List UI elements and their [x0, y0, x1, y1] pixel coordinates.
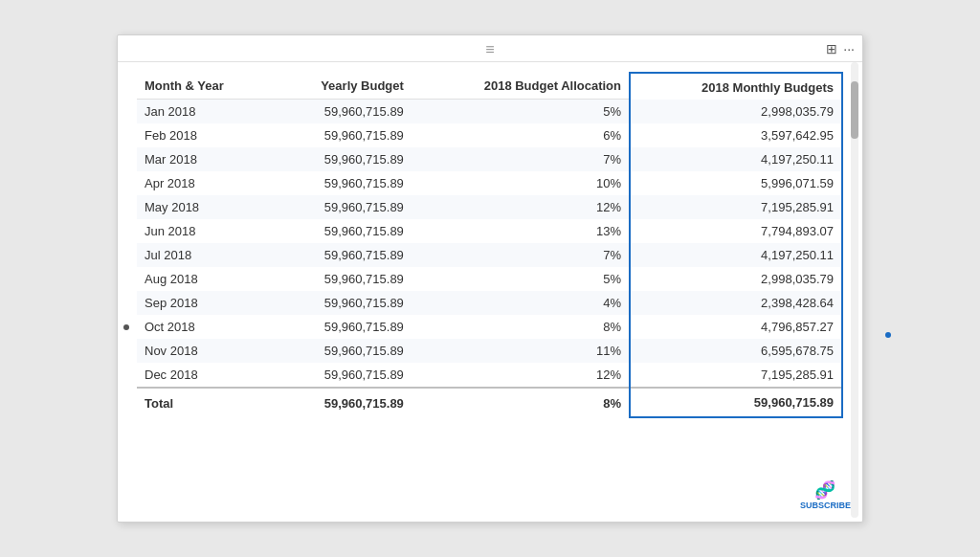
- table-row: Sep 201859,960,715.894%2,398,428.64: [137, 291, 842, 315]
- table-row: Jul 201859,960,715.897%4,197,250.11: [137, 243, 842, 267]
- table-row: Oct 201859,960,715.898%4,796,857.27: [137, 315, 842, 339]
- cell-monthly: 2,998,035.79: [630, 267, 842, 291]
- expand-icon[interactable]: ⊞: [826, 41, 837, 56]
- cell-monthly: 2,398,428.64: [630, 291, 842, 315]
- table-header-row: Month & Year Yearly Budget 2018 Budget A…: [137, 73, 842, 100]
- total-allocation: 8%: [412, 388, 630, 417]
- cell-yearly: 59,960,715.89: [272, 339, 412, 363]
- cell-yearly: 59,960,715.89: [272, 171, 412, 195]
- table-row: Apr 201859,960,715.8910%5,996,071.59: [137, 171, 842, 195]
- cell-yearly: 59,960,715.89: [272, 243, 412, 267]
- cell-month: Mar 2018: [137, 147, 272, 171]
- cell-monthly: 3,597,642.95: [630, 123, 842, 147]
- cell-allocation: 4%: [412, 291, 630, 315]
- cell-allocation: 12%: [412, 363, 630, 388]
- cell-month: May 2018: [137, 195, 272, 219]
- table-row: Jun 201859,960,715.8913%7,794,893.07: [137, 219, 842, 243]
- dot-indicator: [885, 332, 891, 338]
- cell-monthly: 7,794,893.07: [630, 219, 842, 243]
- drag-handle-icon[interactable]: ≡: [485, 41, 494, 58]
- col-header-month: Month & Year: [137, 73, 272, 100]
- subscribe-label: SUBSCRIBE: [800, 501, 851, 510]
- cell-allocation: 6%: [412, 123, 630, 147]
- main-window: ≡ ⊞ ··· Month & Year Yearly Budget 2018 …: [117, 34, 863, 523]
- table-row: Dec 201859,960,715.8912%7,195,285.91: [137, 363, 842, 388]
- subscribe-badge[interactable]: 🧬 SUBSCRIBE: [800, 479, 851, 510]
- total-monthly: 59,960,715.89: [630, 388, 842, 417]
- cell-allocation: 5%: [412, 267, 630, 291]
- cell-month: Nov 2018: [137, 339, 272, 363]
- scrollbar-right[interactable]: [851, 62, 858, 518]
- table-row: Feb 201859,960,715.896%3,597,642.95: [137, 123, 842, 147]
- budget-table: Month & Year Yearly Budget 2018 Budget A…: [137, 72, 843, 418]
- scrollbar-thumb[interactable]: [851, 81, 858, 139]
- cell-yearly: 59,960,715.89: [272, 123, 412, 147]
- cell-allocation: 12%: [412, 195, 630, 219]
- table-row: Aug 201859,960,715.895%2,998,035.79: [137, 267, 842, 291]
- cell-allocation: 8%: [412, 315, 630, 339]
- cell-month: Sep 2018: [137, 291, 272, 315]
- cell-allocation: 10%: [412, 171, 630, 195]
- cell-monthly: 4,197,250.11: [630, 147, 842, 171]
- table-row: Mar 201859,960,715.897%4,197,250.11: [137, 147, 842, 171]
- cell-month: Jul 2018: [137, 243, 272, 267]
- cell-month: Dec 2018: [137, 363, 272, 388]
- table-row: Jan 201859,960,715.895%2,998,035.79: [137, 100, 842, 124]
- total-yearly: 59,960,715.89: [272, 388, 412, 417]
- col-header-monthly: 2018 Monthly Budgets: [630, 73, 842, 100]
- cell-monthly: 2,998,035.79: [630, 100, 842, 124]
- cell-monthly: 6,595,678.75: [630, 339, 842, 363]
- table-container: Month & Year Yearly Budget 2018 Budget A…: [118, 62, 862, 428]
- cell-yearly: 59,960,715.89: [272, 315, 412, 339]
- cell-allocation: 5%: [412, 100, 630, 124]
- cell-monthly: 4,197,250.11: [630, 243, 842, 267]
- cell-allocation: 11%: [412, 339, 630, 363]
- cell-monthly: 5,996,071.59: [630, 171, 842, 195]
- cell-yearly: 59,960,715.89: [272, 195, 412, 219]
- total-label: Total: [137, 388, 272, 417]
- cell-yearly: 59,960,715.89: [272, 219, 412, 243]
- cell-monthly: 7,195,285.91: [630, 363, 842, 388]
- cell-month: Aug 2018: [137, 267, 272, 291]
- cell-month: Apr 2018: [137, 171, 272, 195]
- cell-allocation: 13%: [412, 219, 630, 243]
- cell-month: Feb 2018: [137, 123, 272, 147]
- cell-monthly: 4,796,857.27: [630, 315, 842, 339]
- table-row: May 201859,960,715.8912%7,195,285.91: [137, 195, 842, 219]
- table-row: Nov 201859,960,715.8911%6,595,678.75: [137, 339, 842, 363]
- cell-yearly: 59,960,715.89: [272, 267, 412, 291]
- cell-allocation: 7%: [412, 243, 630, 267]
- cell-yearly: 59,960,715.89: [272, 291, 412, 315]
- more-options-icon[interactable]: ···: [843, 41, 855, 56]
- subscribe-icon: 🧬: [814, 479, 835, 501]
- cell-yearly: 59,960,715.89: [272, 363, 412, 388]
- top-bar: ≡ ⊞ ···: [118, 35, 862, 62]
- cell-allocation: 7%: [412, 147, 630, 171]
- cell-yearly: 59,960,715.89: [272, 147, 412, 171]
- col-header-allocation: 2018 Budget Allocation: [412, 73, 630, 100]
- cell-month: Jun 2018: [137, 219, 272, 243]
- col-header-yearly: Yearly Budget: [272, 73, 412, 100]
- cell-yearly: 59,960,715.89: [272, 100, 412, 124]
- cell-month: Jan 2018: [137, 100, 272, 124]
- total-row: Total59,960,715.898%59,960,715.89: [137, 388, 842, 417]
- cell-monthly: 7,195,285.91: [630, 195, 842, 219]
- cell-month: Oct 2018: [137, 315, 272, 339]
